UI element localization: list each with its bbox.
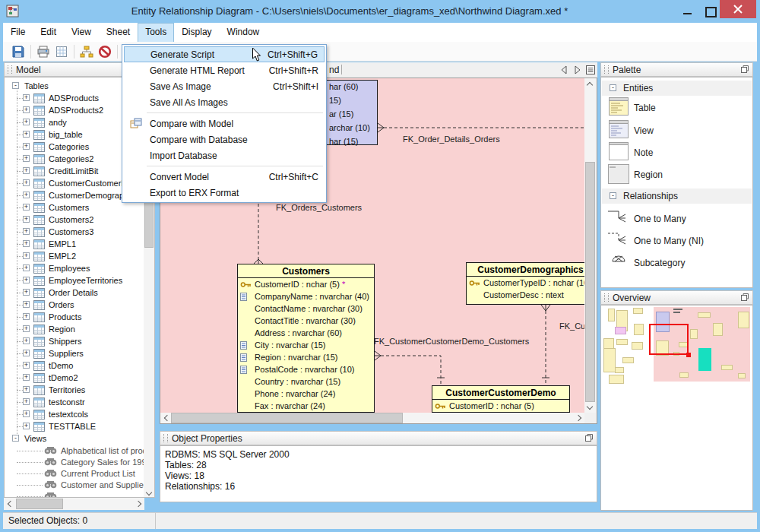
tree-toggle[interactable]: +: [23, 350, 30, 356]
tree-node-table-testtable[interactable]: +TESTTABLE: [5, 420, 144, 432]
palette-section-relationships[interactable]: - Relationships: [602, 188, 752, 204]
tree-toggle[interactable]: +: [23, 192, 30, 198]
grid-icon[interactable]: [52, 44, 71, 59]
tree-toggle[interactable]: +: [23, 228, 30, 235]
palette-item-table[interactable]: Table: [602, 97, 752, 119]
tree-toggle[interactable]: +: [23, 398, 30, 405]
tree-toggle[interactable]: +: [23, 337, 30, 344]
menu-item-export-to-erx-format[interactable]: Export to ERX Format: [124, 185, 325, 201]
entity-column[interactable]: ContactName : nvarchar (30): [238, 302, 374, 315]
tree-toggle[interactable]: +: [23, 362, 30, 369]
overview-viewport-handle[interactable]: [686, 353, 691, 357]
tree-node-view-category-sales-for-1997[interactable]: Category Sales for 1997: [5, 456, 144, 468]
entity-column[interactable]: CustomerID : nchar (5) *: [238, 278, 374, 290]
minimize-button[interactable]: [683, 13, 692, 14]
menu-display[interactable]: Display: [174, 23, 219, 42]
tree-node-table-customers[interactable]: +Customers: [5, 201, 144, 214]
palette-section-entities[interactable]: - Entities: [602, 81, 752, 96]
tree-node-table-empl2[interactable]: +EMPL2: [5, 250, 144, 262]
float-panel-icon[interactable]: [741, 65, 749, 75]
diagram-vscroll-thumb[interactable]: [585, 162, 595, 402]
block-icon[interactable]: [96, 44, 114, 59]
tree-scroll-right-button[interactable]: [134, 499, 144, 509]
entity-column[interactable]: Region : nvarchar (15): [238, 351, 374, 363]
entity-column[interactable]: CustomerDesc : ntext: [467, 289, 584, 301]
tree-toggle[interactable]: +: [23, 143, 30, 150]
tab-next-icon[interactable]: [574, 65, 581, 77]
palette-item-one-to-many-ni-[interactable]: One to Many (NI): [602, 230, 752, 252]
tab-list-icon[interactable]: [586, 65, 595, 77]
diagram-vertical-scrollbar[interactable]: [584, 78, 596, 413]
diagram-tab-northwind[interactable]: nd: [329, 65, 339, 75]
menu-item-save-all-as-images[interactable]: Save All As Images: [124, 94, 325, 110]
tree-toggle[interactable]: +: [23, 167, 30, 174]
palette-item-view[interactable]: View: [602, 120, 752, 141]
diagram-scroll-down-button[interactable]: [584, 402, 595, 413]
tree-node-table-empl1[interactable]: +EMPL1: [5, 238, 144, 250]
tree-toggle[interactable]: +: [23, 106, 30, 113]
tree-node-table-products[interactable]: +Products: [5, 311, 144, 323]
close-button[interactable]: [720, 0, 756, 18]
palette-item-one-to-many[interactable]: One to Many: [602, 208, 752, 230]
menu-item-compare-with-database[interactable]: Compare with Database: [124, 131, 325, 147]
entity-column[interactable]: Address : nvarchar (60): [238, 327, 374, 339]
entity-customer-demographics[interactable]: CustomerDemographics CustomerTypeID : nc…: [466, 262, 584, 305]
panel-grip[interactable]: [604, 65, 609, 74]
tree-toggle[interactable]: +: [23, 301, 30, 308]
diagram-scroll-right-button[interactable]: [574, 413, 584, 423]
overview-viewport-rect[interactable]: [649, 324, 689, 355]
collapse-icon[interactable]: -: [610, 192, 616, 199]
entity-column[interactable]: CompanyName : nvarchar (40): [238, 290, 374, 302]
diagram-scroll-left-button[interactable]: [160, 413, 171, 423]
entity-column[interactable]: City : nvarchar (15): [238, 339, 374, 351]
tree-toggle[interactable]: +: [23, 289, 30, 296]
tree-toggle[interactable]: +: [23, 216, 30, 223]
entity-column[interactable]: CustomerTypeID : nchar (10): [467, 277, 584, 289]
menu-window[interactable]: Window: [220, 23, 268, 42]
entity-column[interactable]: PostalCode : nvarchar (10): [238, 363, 374, 375]
tree-hscroll-thumb[interactable]: [16, 499, 63, 509]
tree-node-table-suppliers[interactable]: +Suppliers: [5, 347, 144, 359]
tree-toggle[interactable]: -: [12, 435, 19, 442]
tree-toggle[interactable]: +: [23, 313, 30, 320]
tree-toggle[interactable]: +: [23, 386, 30, 393]
entity-customers[interactable]: Customers CustomerID : nchar (5) *Compan…: [237, 264, 375, 413]
tree-node-view-alphabetical-list-of-produ[interactable]: Alphabetical list of produ: [5, 445, 144, 457]
entity-column[interactable]: Phone : nvarchar (24): [238, 388, 374, 400]
tree-toggle[interactable]: +: [23, 264, 30, 271]
tree-node-table-employees[interactable]: +Employees: [5, 262, 144, 274]
entity-customer-customer-demo[interactable]: CustomerCustomerDemo CustomerID : nchar …: [432, 385, 570, 413]
menu-item-convert-model[interactable]: Convert ModelCtrl+Shift+C: [124, 169, 325, 185]
tree-toggle[interactable]: +: [23, 155, 30, 162]
save-icon[interactable]: [9, 44, 27, 59]
tree-node-table-testconstr[interactable]: +testconstr: [5, 396, 144, 408]
tree-toggle[interactable]: +: [23, 94, 30, 101]
tree-node-table-testextcols[interactable]: +testextcols: [5, 408, 144, 420]
tree-toggle[interactable]: +: [23, 252, 30, 259]
print-icon[interactable]: [34, 44, 52, 59]
diagram-horizontal-scrollbar[interactable]: [160, 413, 584, 423]
tree-node-table-shippers[interactable]: +Shippers: [5, 335, 144, 347]
tree-node-view-customer-and-suppliers-b[interactable]: Customer and Suppliers b: [5, 479, 144, 491]
float-panel-icon[interactable]: [741, 293, 749, 303]
menu-file[interactable]: File: [3, 23, 33, 42]
diagram-scroll-up-button[interactable]: [584, 78, 595, 89]
maximize-button[interactable]: [705, 7, 717, 17]
tab-prev-icon[interactable]: [560, 65, 568, 77]
tree-node-table-orders[interactable]: +Orders: [5, 299, 144, 311]
tree-toggle[interactable]: +: [23, 423, 30, 429]
tree-node-table-customers3[interactable]: +Customers3: [5, 226, 144, 238]
menu-tools[interactable]: Tools: [138, 23, 174, 43]
overview-minimap[interactable]: [602, 306, 752, 394]
tree-horizontal-scrollbar[interactable]: [4, 498, 144, 510]
panel-grip[interactable]: [8, 65, 12, 74]
layout-icon[interactable]: [78, 44, 96, 59]
tree-scroll-left-button[interactable]: [4, 499, 14, 509]
tree-toggle[interactable]: +: [23, 240, 30, 247]
float-panel-icon[interactable]: [585, 433, 593, 444]
tree-toggle[interactable]: +: [23, 119, 30, 125]
diagram-hscroll-thumb[interactable]: [171, 413, 403, 423]
menu-view[interactable]: View: [64, 23, 99, 42]
tree-node-view-current-product-list[interactable]: Current Product List: [5, 467, 144, 480]
entity-column[interactable]: Country : nvarchar (15): [238, 375, 374, 388]
